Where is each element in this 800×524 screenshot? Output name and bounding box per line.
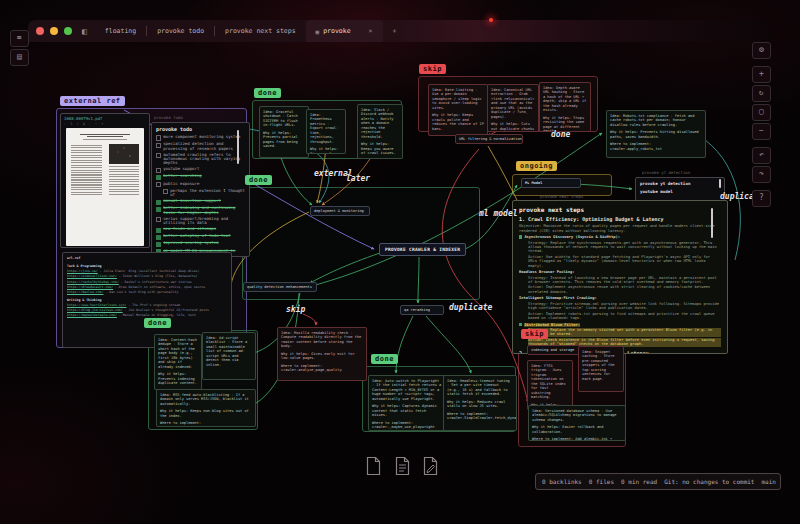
pdf-page-thumbnail[interactable] bbox=[66, 128, 144, 246]
todo-panel[interactable]: provoke todo more component monitoring s… bbox=[151, 122, 250, 257]
git-branch[interactable]: main bbox=[761, 478, 775, 485]
yt-row[interactable]: provoke yt detection bbox=[640, 180, 720, 188]
doc-heading: 1. Crawl Efficiency: Optimizing Budget &… bbox=[519, 216, 721, 222]
minimize-window-button[interactable] bbox=[50, 27, 58, 35]
node-quality-detection[interactable]: quality detection enhancements bbox=[243, 282, 317, 292]
idea-card-versioned-schema[interactable]: Idea: Versioned database schema - Use al… bbox=[528, 405, 626, 441]
read-time: 0 min read bbox=[621, 478, 657, 485]
git-status[interactable]: Git: no changes to commit bbox=[664, 478, 754, 485]
node-provoke-crawler-indexer[interactable]: PROVOKE CRAWLER & INDEXER bbox=[379, 243, 466, 256]
idea-card-rate-limiting[interactable]: Idea: Rate-limiting - Use a per-domain s… bbox=[428, 84, 488, 136]
card-idea-text: Idea: Auto-switch to Playwright - If the… bbox=[372, 379, 442, 401]
idea-card-graceful-shutdown[interactable]: Idea: Graceful shutdown - Catch SIGTERM … bbox=[259, 106, 309, 158]
doc-check-item[interactable]: Asynchronous Discovery (Asyncio & AioHtt… bbox=[519, 235, 721, 239]
menu-icon[interactable]: ≡ bbox=[10, 30, 29, 47]
files-count: 0 files bbox=[589, 478, 614, 485]
yt-detection-panel[interactable]: provoke yt detection youtube model bbox=[635, 177, 725, 201]
done-note[interactable]: done bbox=[551, 130, 570, 139]
new-note-icon[interactable] bbox=[365, 456, 382, 480]
group-label-skip[interactable]: skip bbox=[521, 329, 548, 339]
todo-item[interactable]: perhaps the extension I thought of bbox=[163, 189, 245, 198]
node-deployment-monitoring[interactable]: deployment & monitoring bbox=[310, 206, 370, 216]
skip-note[interactable]: skip bbox=[286, 305, 305, 314]
idea-card-prometheus[interactable]: Idea: Prometheus metrics - Export crawl-… bbox=[306, 109, 346, 154]
idea-card-robots-txt[interactable]: Idea: Robots.txt compliance - Fetch and … bbox=[606, 110, 706, 158]
todo-item[interactable]: youtube support bbox=[156, 167, 245, 173]
idea-card-snippet-caching[interactable]: Idea: Snippet caching - Store pre-comput… bbox=[578, 346, 624, 392]
yt-scrollbar[interactable] bbox=[719, 179, 721, 188]
node-url-filtering[interactable]: URL filtering & normalization bbox=[455, 134, 523, 144]
sidebar-toggle-icon[interactable]: ◧ bbox=[82, 27, 87, 36]
zoom-in-button[interactable]: + bbox=[752, 66, 771, 83]
doc-item[interactable]: Intelligent Sitemap-First Crawling: bbox=[519, 296, 721, 300]
node-indexing-storage[interactable]: indexing and storage bbox=[527, 345, 585, 355]
group-label-done[interactable]: done bbox=[245, 175, 272, 185]
reset-view-button[interactable]: ↻ bbox=[752, 85, 771, 102]
todo-item[interactable]: improved scoring system bbox=[156, 241, 245, 247]
pdf-viewer-panel[interactable]: 1608.06979v1.pdf ‹ 1 / 4 › − + bbox=[60, 113, 150, 248]
new-tab-button[interactable]: + bbox=[383, 20, 407, 42]
fit-view-button[interactable]: ▢ bbox=[752, 104, 771, 121]
idea-card-depth-hash[interactable]: Idea: Depth-aware URL hashing - Store a … bbox=[539, 82, 591, 132]
group-label-done[interactable]: done bbox=[144, 318, 171, 328]
doc-item[interactable]: Headless Browser Pooling: bbox=[519, 270, 721, 274]
yt-window-title: provoke yt detection bbox=[642, 170, 690, 175]
status-bar: 0 backlinks 0 files 0 min read Git: no c… bbox=[535, 473, 781, 490]
group-label-done[interactable]: done bbox=[254, 88, 281, 98]
settings-gear-icon[interactable]: ⚙ bbox=[752, 42, 771, 59]
todo-scrollbar[interactable] bbox=[237, 130, 239, 164]
group-label-ongoing[interactable]: ongoing bbox=[516, 161, 557, 171]
next-steps-scrollbar[interactable] bbox=[711, 208, 713, 238]
group-label-skip[interactable]: skip bbox=[419, 64, 446, 74]
idea-card-readability[interactable]: Idea: Mozilla readability check - Comput… bbox=[277, 327, 367, 381]
close-tab-icon[interactable]: × bbox=[369, 27, 373, 35]
todo-item[interactable]: specialized detection and processing of … bbox=[156, 142, 245, 151]
todo-item[interactable]: better autoplay of todo text bbox=[156, 234, 245, 240]
idea-card-rss-blacklist[interactable]: Idea: RSS-feed auto-blacklisting - If a … bbox=[156, 389, 256, 427]
idea-card-playwright-switch[interactable]: Idea: Auto-switch to Playwright - If the… bbox=[368, 375, 446, 431]
todo-item[interactable]: better indexing and continuing tasks for… bbox=[156, 206, 245, 215]
card-why-text: Why it helps: Prevents indexing duplicat… bbox=[158, 372, 198, 385]
idea-card-webhook-alerts[interactable]: Idea: Slack / Discord webhook alerts - N… bbox=[357, 104, 403, 159]
doc-check-item[interactable]: Distributed Bloom Filter: bbox=[519, 323, 721, 327]
yt-row[interactable]: youtube model bbox=[640, 188, 720, 196]
todo-item[interactable]: new feeds and sitemaps bbox=[156, 227, 245, 233]
canvas[interactable]: ◧ floating provoke todo provoke next ste… bbox=[0, 0, 800, 524]
redo-button[interactable]: ↷ bbox=[752, 166, 771, 183]
doc-title: provoke next steps bbox=[519, 206, 721, 213]
pdf-toolbar[interactable]: ‹ 1 / 4 › − + bbox=[61, 121, 149, 127]
idea-card-adscript-blacklist[interactable]: Idea: Ad-script blacklist - Store a smal… bbox=[202, 332, 256, 380]
todo-item[interactable]: public exposure bbox=[156, 182, 245, 188]
tab-label: provoke bbox=[323, 27, 350, 35]
todo-item[interactable]: automated crawling refers to autonomous … bbox=[156, 153, 245, 166]
todo-item[interactable]: more component monitoring system bbox=[156, 135, 245, 141]
tab-provoke-todo[interactable]: provoke todo bbox=[147, 20, 214, 42]
idea-card-timeout-tuning[interactable]: Idea: Headless-timeout tuning - Set a pe… bbox=[443, 375, 517, 431]
todo-item[interactable]: manual insertion support bbox=[156, 199, 245, 205]
external-ref-label[interactable]: external ref bbox=[60, 96, 125, 106]
panel-icon[interactable]: ▤ bbox=[10, 49, 29, 66]
idea-card-content-hash[interactable]: Idea: Content-hash dedupe - Store a shor… bbox=[154, 334, 202, 390]
card-idea-text: Idea: Headless-timeout tuning - Set a pe… bbox=[447, 379, 513, 397]
card-where-text: Where to implement: crawler._maybe_use_p… bbox=[372, 421, 442, 430]
todo-item[interactable]: serius support/breaking and utilizing it… bbox=[156, 217, 245, 226]
undo-button[interactable]: ↶ bbox=[752, 147, 771, 164]
tab-floating[interactable]: floating bbox=[95, 20, 146, 42]
group-label-done[interactable]: done bbox=[371, 354, 398, 364]
ml-model-note[interactable]: ml model bbox=[479, 209, 518, 218]
note-edit-icon[interactable] bbox=[422, 456, 439, 480]
close-window-button[interactable] bbox=[36, 27, 44, 35]
idea-card-canonical-url[interactable]: Idea: Canonical URL extraction - Grab <l… bbox=[487, 84, 539, 132]
node-ml-model[interactable]: ML Model bbox=[521, 178, 581, 188]
idea-card-fts5[interactable]: Idea: FTS5 trigram - Uses trigram tokeni… bbox=[527, 360, 573, 410]
maximize-window-button[interactable] bbox=[64, 27, 72, 35]
tab-provoke-next-steps[interactable]: provoke next steps bbox=[215, 20, 305, 42]
node-qa-reranking[interactable]: qa reranking bbox=[400, 305, 444, 315]
tab-provoke-active[interactable]: ▦ provoke × bbox=[306, 20, 383, 42]
later-note[interactable]: later bbox=[346, 174, 370, 183]
zoom-out-button[interactable]: − bbox=[752, 123, 771, 140]
todo-item[interactable]: better searching bbox=[156, 174, 245, 180]
note-list-icon[interactable] bbox=[394, 456, 411, 480]
duplicate-note-center[interactable]: duplicate bbox=[449, 303, 492, 312]
help-button[interactable]: ? bbox=[752, 190, 771, 207]
